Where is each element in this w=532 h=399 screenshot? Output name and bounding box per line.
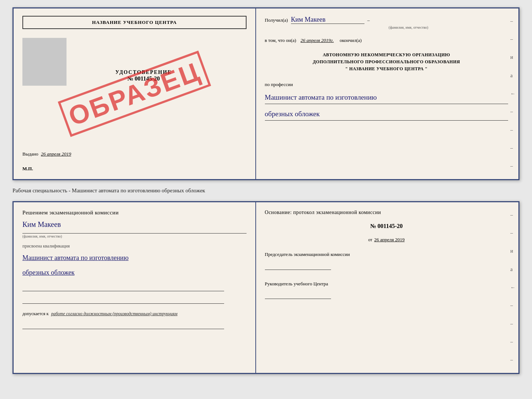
recipient-name: Ким Макеев	[291, 16, 364, 24]
side-dashes: – – и а ← – – – –	[510, 8, 515, 179]
date-value: 26 апреля 2019г.	[301, 38, 334, 43]
bottom-side-dashes: – – и а ← – – – –	[510, 202, 515, 373]
protocol-number: № 001145-20	[265, 223, 508, 229]
profession-line1: Машинист автомата по изготовлению	[265, 91, 508, 104]
bottom-cert-right: Основание: протокол экзаменационной коми…	[256, 202, 518, 373]
vydano-label: Выдано	[22, 151, 38, 157]
top-certificate: НАЗВАНИЕ УЧЕБНОГО ЦЕНТРА УДОСТОВЕРЕНИЕ №…	[12, 7, 520, 180]
photo-placeholder	[22, 38, 66, 86]
dopuskaetsya-label: допускается к	[22, 311, 48, 316]
poluchil-label: Получил(а)	[265, 17, 288, 23]
org-line3: " НАЗВАНИЕ УЧЕБНОГО ЦЕНТРА "	[265, 65, 508, 72]
dopuskaetsya-value: работе согласно должностным (производств…	[51, 311, 177, 316]
rukovoditel-block: Руководитель учебного Центра	[265, 280, 508, 299]
bottom-fio-subtext: (фамилия, имя, отчество)	[22, 233, 247, 238]
org-line1: АВТОНОМНУЮ НЕКОММЕРЧЕСКУЮ ОРГАНИЗАЦИЮ	[265, 51, 508, 58]
qualification-line1: Машинист автомата по изготовлению	[22, 252, 247, 264]
rukovoditel-sig-line	[265, 289, 331, 299]
vydano-date: 26 апреля 2019	[41, 151, 71, 157]
underline2	[22, 296, 224, 304]
predsedatel-label: Председатель экзаменационной комиссии	[265, 251, 508, 258]
udostoverenie-block: УДОСТОВЕРЕНИЕ № 001145-20	[41, 70, 247, 82]
fio-subtext-top: (фамилия, имя, отчество)	[309, 25, 508, 29]
obrazec-stamp: ОБРАЗЕЦ	[58, 50, 211, 137]
profession-block: по профессии Машинист автомата по изгото…	[265, 82, 508, 121]
vydano-block: Выдано 26 апреля 2019	[22, 151, 71, 157]
underline3	[22, 322, 224, 329]
middle-caption: Рабочая специальность - Машинист автомат…	[12, 186, 520, 195]
prisvоena-label: присвоена квалификация	[22, 243, 247, 249]
bottom-name: Ким Макеев	[22, 220, 247, 229]
okonchil-label: окончил(а)	[339, 38, 362, 43]
profession-line2: обрезных обложек	[265, 108, 508, 121]
protocol-date: 26 апреля 2019	[374, 237, 405, 242]
cert-number: № 001145-20	[41, 75, 247, 82]
osnov-label: Основание: протокол экзаменационной коми…	[265, 210, 508, 215]
resheniem-label: Решением экзаменационной комиссии	[22, 210, 247, 216]
school-name-top: НАЗВАНИЕ УЧЕБНОГО ЦЕНТРА	[22, 16, 247, 29]
po-professii-label: по профессии	[265, 82, 508, 88]
qualification-line2: обрезных обложек	[22, 267, 247, 278]
vtom-row: в том, что он(а) 26 апреля 2019г. окончи…	[265, 38, 508, 43]
ot-label: от	[368, 237, 372, 242]
bottom-cert-left: Решением экзаменационной комиссии Ким Ма…	[14, 202, 256, 373]
predsedatel-sig-line	[265, 260, 331, 270]
top-cert-left: НАЗВАНИЕ УЧЕБНОГО ЦЕНТРА УДОСТОВЕРЕНИЕ №…	[14, 8, 256, 179]
org-line2: ДОПОЛНИТЕЛЬНОГО ПРОФЕССИОНАЛЬНОГО ОБРАЗО…	[265, 58, 508, 65]
mp-label: М.П.	[22, 166, 33, 172]
udostoverenie-label: УДОСТОВЕРЕНИЕ	[41, 70, 247, 75]
predsedatel-block: Председатель экзаменационной комиссии	[265, 251, 508, 270]
top-cert-right: Получил(а) Ким Макеев – (фамилия, имя, о…	[256, 8, 518, 179]
bottom-certificate: Решением экзаменационной комиссии Ким Ма…	[12, 201, 520, 374]
org-block: АВТОНОМНУЮ НЕКОММЕРЧЕСКУЮ ОРГАНИЗАЦИЮ ДО…	[265, 51, 508, 73]
rukovoditel-label: Руководитель учебного Центра	[265, 280, 508, 288]
vtom-label: в том, что он(а)	[265, 38, 296, 43]
underline1	[22, 284, 224, 291]
recipient-row: Получил(а) Ким Макеев – (фамилия, имя, о…	[265, 16, 508, 29]
